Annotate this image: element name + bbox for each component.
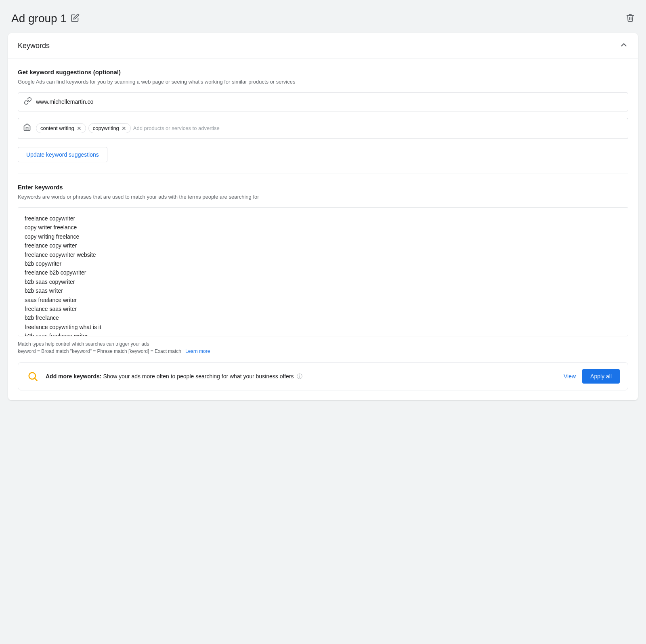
page-header: Ad group 1 [8, 8, 638, 33]
tags-placeholder: Add products or services to advertise [133, 125, 220, 131]
keywords-textarea[interactable]: freelance copywriter copy writer freelan… [18, 208, 628, 336]
banner-text-detail: Show your ads more often to people searc… [103, 373, 294, 380]
match-types-info: Match types help control which searches … [18, 341, 628, 347]
page-title: Ad group 1 [11, 12, 67, 25]
keywords-card: Keywords Get keyword suggestions (option… [8, 33, 638, 400]
edit-icon[interactable] [71, 13, 80, 24]
match-types-row: keyword = Broad match "keyword" = Phrase… [18, 348, 628, 354]
enter-keywords-section: Enter keywords Keywords are words or phr… [18, 184, 628, 355]
view-link[interactable]: View [564, 373, 576, 380]
help-icon[interactable]: ⓘ [297, 373, 302, 380]
banner-actions: View Apply all [564, 369, 620, 384]
suggestions-subtitle: Google Ads can find keywords for you by … [18, 78, 628, 86]
collapse-icon[interactable] [619, 40, 628, 51]
suggestions-title: Get keyword suggestions (optional) [18, 69, 628, 76]
tag-content-writing: content writing ✕ [36, 123, 86, 133]
learn-more-link[interactable]: Learn more [185, 348, 210, 354]
apply-all-button[interactable]: Apply all [582, 369, 620, 384]
tag-label-copywriting: copywriting [93, 125, 119, 131]
section-divider [18, 174, 628, 174]
url-input-wrapper[interactable] [18, 92, 628, 111]
tags-input-wrapper[interactable]: content writing ✕ copywriting ✕ Add prod… [18, 118, 628, 139]
add-keywords-banner: Add more keywords: Show your ads more of… [18, 362, 628, 390]
enter-keywords-title: Enter keywords [18, 184, 628, 191]
enter-keywords-subtitle: Keywords are words or phrases that are u… [18, 193, 628, 201]
tag-copywriting: copywriting ✕ [88, 123, 131, 133]
tag-close-content-writing[interactable]: ✕ [77, 126, 82, 131]
card-header: Keywords [8, 33, 638, 59]
store-icon [23, 123, 31, 133]
banner-text-strong: Add more keywords: [46, 373, 101, 380]
banner-text: Add more keywords: Show your ads more of… [46, 372, 557, 381]
search-icon [26, 370, 39, 383]
svg-line-1 [35, 378, 37, 380]
page-title-area: Ad group 1 [11, 12, 80, 25]
tag-close-copywriting[interactable]: ✕ [122, 126, 126, 131]
delete-icon[interactable] [626, 13, 635, 24]
card-title: Keywords [18, 42, 50, 50]
keywords-textarea-wrapper[interactable]: freelance copywriter copy writer freelan… [18, 207, 628, 336]
update-keyword-suggestions-button[interactable]: Update keyword suggestions [18, 147, 107, 162]
url-input[interactable] [36, 99, 622, 105]
keyword-suggestions-section: Get keyword suggestions (optional) Googl… [18, 69, 628, 174]
link-icon [24, 97, 32, 107]
tag-label-content-writing: content writing [40, 125, 74, 131]
match-types-detail: keyword = Broad match "keyword" = Phrase… [18, 348, 181, 354]
card-body: Get keyword suggestions (optional) Googl… [8, 59, 638, 400]
